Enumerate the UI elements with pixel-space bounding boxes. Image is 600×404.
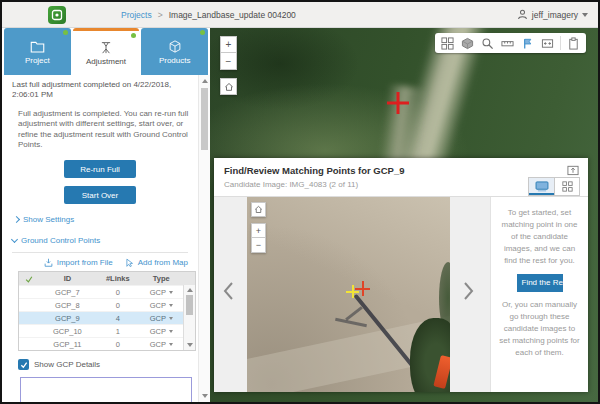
gcp-type: GCP [150,288,166,297]
type-dropdown-icon[interactable] [169,330,173,333]
gcp-manager-icon[interactable] [518,35,537,51]
import-icon [44,258,53,267]
image-zoom-controls: + − [251,223,266,253]
tab-products[interactable]: Products [141,28,208,75]
search-icon[interactable] [478,35,497,51]
tab-products-label: Products [159,56,191,65]
gcp-links: 0 [96,288,139,297]
chevron-right-icon [463,281,474,301]
find-the-rest-button[interactable]: Find the Rest [517,274,563,292]
import-from-file-link[interactable]: Import from File [44,258,113,267]
checkmark-column-icon [19,275,39,283]
map-home-controls [220,78,237,95]
app-window: Projects > Image_Landbase_update 004200 … [0,0,600,404]
matching-point-marker-red[interactable] [355,281,370,296]
column-header-id: ID [39,274,96,283]
map-zoom-controls: + − [220,36,237,70]
type-dropdown-icon[interactable] [169,304,173,307]
column-header-type: Type [140,274,183,283]
scrollbar-thumb[interactable] [186,295,193,315]
adjustment-description: Full adjustment is completed. You can re… [18,109,190,151]
scroll-down-icon[interactable] [202,394,208,398]
table-row-gcp-7[interactable]: GCP_7 0 GCP [19,285,195,298]
image-collection-icon[interactable] [438,35,457,51]
single-image-view-toggle[interactable] [529,178,554,195]
gcp-links: 1 [96,327,139,336]
image-zoom-in-button[interactable]: + [251,223,266,238]
username: jeff_imagery [532,10,578,20]
tab-project[interactable]: Project [4,28,71,75]
image-home-button[interactable] [251,202,266,217]
next-candidate-button[interactable] [460,277,476,305]
image-card-icon [535,181,549,192]
gcp-id: GCP_10 [39,327,96,336]
top-bar: Projects > Image_Landbase_update 004200 … [2,2,598,28]
scroll-down-icon[interactable] [187,343,193,347]
show-settings-link[interactable]: Show Settings [14,215,198,224]
toolbar-divider [560,36,561,50]
status-dot-green [200,30,205,35]
gcp-links: 4 [96,314,139,323]
gcp-map-marker[interactable] [387,92,409,114]
table-row-gcp-11[interactable]: GCP_11 0 GCP [19,337,195,350]
table-scrollbar[interactable] [183,285,195,350]
add-from-map-link[interactable]: Add from Map [125,258,188,267]
app-logo-icon [48,6,66,24]
tab-adjustment[interactable]: Adjustment [73,28,140,75]
scroll-up-icon[interactable] [187,288,193,292]
find-review-panel: Find/Review Matching Points for GCP_9 Ca… [214,158,588,392]
show-gcp-details-checkbox[interactable] [18,359,29,370]
instruction-secondary: Or, you can manually go through these ca… [498,299,581,359]
gcp-type: GCP [150,314,166,323]
breadcrumb-separator: > [158,10,163,20]
scroll-up-icon[interactable] [202,79,208,83]
breadcrumb-projects-link[interactable]: Projects [121,10,152,20]
type-dropdown-icon[interactable] [169,317,173,320]
map-zoom-out-button[interactable]: − [220,53,237,70]
home-icon [254,205,263,214]
tab-project-label: Project [25,56,50,65]
survey-adjustment-icon [98,40,114,55]
gcp-actions-row: Import from File Add from Map [2,258,188,267]
home-icon [224,82,234,92]
view-mode-toggle-group [528,177,580,196]
show-gcp-details-row: Show GCP Details [18,359,198,370]
home-extent-button[interactable] [220,78,237,95]
table-row-gcp-10[interactable]: GCP_10 1 GCP [19,324,195,337]
grid-view-toggle[interactable] [554,178,579,195]
gcp-type: GCP [150,301,166,310]
previous-candidate-button[interactable] [220,277,236,305]
find-review-title: Find/Review Matching Points for GCP_9 [214,158,588,176]
user-menu[interactable]: jeff_imagery [517,2,588,27]
panel-tabs: Project Adjustment Products [2,28,210,75]
gcp-photo-preview: Photo not available [20,377,192,402]
gcp-section-header[interactable]: Ground Control Points [12,236,198,245]
gcp-links: 0 [96,301,139,310]
rerun-full-button[interactable]: Re-run Full [64,160,136,178]
dock-panel-icon[interactable] [565,163,580,177]
basemap-icon[interactable] [458,35,477,51]
table-row-gcp-9-selected[interactable]: GCP_9 4 GCP [19,311,195,324]
extent-icon[interactable] [538,35,557,51]
start-over-button[interactable]: Start Over [64,186,136,204]
measure-icon[interactable] [498,35,517,51]
map-view[interactable]: + − [210,28,598,402]
table-row-gcp-8[interactable]: GCP_8 0 GCP [19,298,195,311]
gcp-type: GCP [150,340,166,349]
show-settings-label: Show Settings [23,215,74,224]
candidate-image[interactable]: + − [247,197,450,392]
person-icon [517,9,528,20]
column-header-links: #Links [96,274,139,283]
candidate-image-viewer: + − [214,197,490,392]
scrollbar-thumb[interactable] [201,88,208,150]
map-zoom-in-button[interactable]: + [220,36,237,53]
type-dropdown-icon[interactable] [169,343,173,346]
clipboard-icon[interactable] [564,35,583,51]
gcp-links: 0 [96,340,139,349]
instruction-primary: To get started, set matching point in on… [498,207,581,267]
type-dropdown-icon[interactable] [169,291,173,294]
chevron-left-icon [223,281,234,301]
chevron-down-icon [11,236,18,243]
image-zoom-out-button[interactable]: − [251,238,266,253]
panel-scrollbar[interactable] [198,75,210,402]
